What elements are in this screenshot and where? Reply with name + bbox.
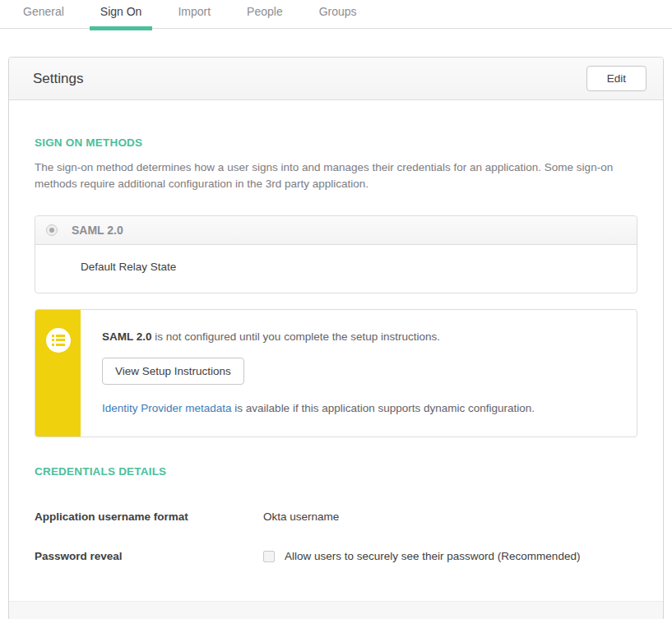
view-setup-instructions-button[interactable]: View Setup Instructions: [102, 358, 244, 385]
metadata-line-rest: is available if this application support…: [232, 402, 535, 414]
notice-content: SAML 2.0 is not configured until you com…: [81, 310, 637, 437]
tab-groups[interactable]: Groups: [308, 0, 368, 28]
settings-panel: Settings Edit SIGN ON METHODS The sign-o…: [8, 57, 664, 619]
identity-provider-metadata-link[interactable]: Identity Provider metadata: [102, 402, 232, 414]
notice-message: SAML 2.0 is not configured until you com…: [102, 330, 620, 345]
settings-panel-footer: [9, 601, 663, 619]
settings-panel-header: Settings Edit: [9, 58, 663, 100]
settings-panel-body: SIGN ON METHODS The sign-on method deter…: [9, 100, 663, 601]
password-reveal-row: Password reveal Allow users to securely …: [35, 550, 637, 562]
panel-title: Settings: [33, 71, 83, 87]
saml-method-name: SAML 2.0: [72, 224, 123, 237]
sign-on-methods-heading: SIGN ON METHODS: [35, 136, 637, 149]
tab-people[interactable]: People: [236, 0, 294, 28]
notice-method-name: SAML 2.0: [102, 330, 152, 343]
app-tabbar: General Sign On Import People Groups: [0, 0, 672, 29]
notice-stripe: [35, 310, 81, 437]
edit-button[interactable]: Edit: [586, 66, 647, 91]
application-username-format-row: Application username format Okta usernam…: [35, 510, 637, 523]
saml-setup-notice: SAML 2.0 is not configured until you com…: [35, 309, 637, 438]
list-icon: [46, 328, 71, 353]
sign-on-methods-description: The sign-on method determines how a user…: [35, 159, 637, 193]
password-reveal-checkbox-label: Allow users to securely see their passwo…: [285, 550, 580, 562]
password-reveal-checkbox[interactable]: [263, 551, 275, 562]
saml-method-body: Default Relay State: [35, 245, 637, 293]
saml-radio-button[interactable]: [46, 224, 58, 236]
saml-method-header: SAML 2.0: [35, 216, 637, 245]
tab-general[interactable]: General: [12, 0, 75, 28]
credentials-details-heading: CREDENTIALS DETAILS: [35, 465, 637, 478]
tab-import[interactable]: Import: [167, 0, 221, 28]
metadata-line: Identity Provider metadata is available …: [102, 401, 620, 417]
application-username-format-label: Application username format: [35, 510, 263, 523]
password-reveal-label: Password reveal: [35, 550, 263, 562]
application-username-format-value: Okta username: [263, 510, 339, 523]
notice-message-rest: is not configured until you complete the…: [152, 330, 440, 343]
saml-method-box: SAML 2.0 Default Relay State: [35, 215, 637, 293]
default-relay-state-label: Default Relay State: [81, 261, 176, 273]
tab-sign-on[interactable]: Sign On: [90, 0, 153, 28]
